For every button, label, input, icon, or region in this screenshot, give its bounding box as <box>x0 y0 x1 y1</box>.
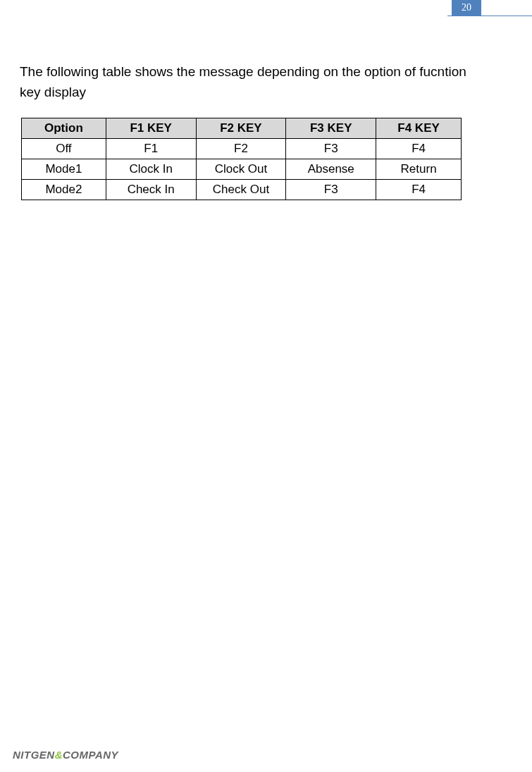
header-f4: F4 KEY <box>376 118 462 139</box>
cell-f4: Return <box>376 159 462 180</box>
cell-f2: F2 <box>196 139 286 159</box>
header-option: Option <box>22 118 106 139</box>
cell-f1: Check In <box>106 180 196 200</box>
footer-text-nitgen: NITGEN <box>13 749 55 761</box>
page-content: The following table shows the message de… <box>17 62 515 200</box>
cell-f3: F3 <box>286 139 376 159</box>
table-row: Off F1 F2 F3 F4 <box>22 139 462 159</box>
footer-text-company: COMPANY <box>63 749 118 761</box>
intro-paragraph: The following table shows the message de… <box>17 62 515 102</box>
cell-f2: Check Out <box>196 180 286 200</box>
cell-option: Mode1 <box>22 159 106 180</box>
cell-f2: Clock Out <box>196 159 286 180</box>
cell-f1: Clock In <box>106 159 196 180</box>
table-row: Mode1 Clock In Clock Out Absense Return <box>22 159 462 180</box>
header-f3: F3 KEY <box>286 118 376 139</box>
page-number: 20 <box>452 0 481 16</box>
cell-f3: F3 <box>286 180 376 200</box>
footer-brand: NITGEN&COMPANY <box>13 749 118 761</box>
page-header: 20 <box>0 0 532 17</box>
table-row: Mode2 Check In Check Out F3 F4 <box>22 180 462 200</box>
cell-option: Off <box>22 139 106 159</box>
footer-text-amp: & <box>55 749 63 761</box>
header-f1: F1 KEY <box>106 118 196 139</box>
cell-f4: F4 <box>376 180 462 200</box>
cell-f1: F1 <box>106 139 196 159</box>
header-divider <box>447 16 532 16</box>
cell-f3: Absense <box>286 159 376 180</box>
table-header-row: Option F1 KEY F2 KEY F3 KEY F4 KEY <box>22 118 462 139</box>
function-key-table: Option F1 KEY F2 KEY F3 KEY F4 KEY Off F… <box>21 118 462 200</box>
cell-f4: F4 <box>376 139 462 159</box>
cell-option: Mode2 <box>22 180 106 200</box>
header-f2: F2 KEY <box>196 118 286 139</box>
